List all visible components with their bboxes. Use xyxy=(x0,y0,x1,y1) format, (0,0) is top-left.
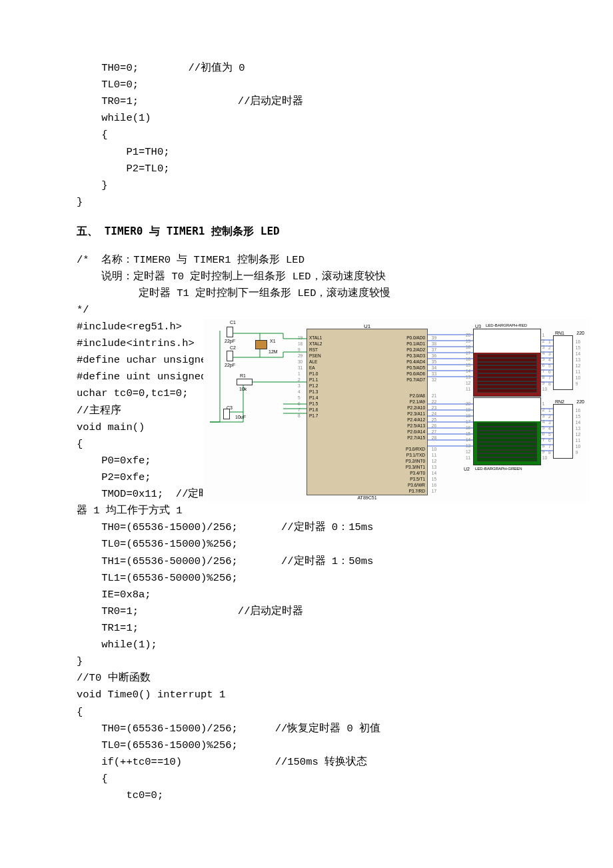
rn2-pins-right: 161514131211109 xyxy=(576,407,580,455)
red-pins-right: 12345678910 xyxy=(542,332,547,392)
rn1-pins-left: 12345678 xyxy=(548,339,551,387)
u2-ref: U2 xyxy=(464,465,470,473)
circuit-schematic: U1 AT89C51 1918929303112345678 XTAL1XTAL… xyxy=(203,319,590,502)
rn1-val: 220 xyxy=(576,329,584,337)
led-bargraph-red: U3 LED-BARGRAPH-RED 20191817161514131211… xyxy=(473,329,541,397)
led-bargraph-green: U2 LED-BARGRAPH-GREEN 201918171615141312… xyxy=(473,397,541,465)
code-block-header: /* 名称：TIMER0 与 TIMER1 控制条形 LED 说明：定时器 T0… xyxy=(77,252,536,319)
u2-name: LED-BARGRAPH-GREEN xyxy=(475,466,522,473)
rn2-pins-left: 12345678 xyxy=(548,407,551,455)
resistor-network-rn1: RN1 220 12345678 161514131211109 xyxy=(553,335,573,390)
rn1-ref: RN1 xyxy=(555,329,564,337)
code-block-bottom: TH0=(65536-15000)/256; //定时器 0：15ms TL0=… xyxy=(77,519,536,804)
code-block-top: TH0=0; //初值为 0 TL0=0; TR0=1; //启动定时器 whi… xyxy=(77,60,536,211)
red-pins-left: 20191817161514131211 xyxy=(466,332,470,392)
rn2-ref: RN2 xyxy=(555,398,564,405)
u3-name: LED-BARGRAPH-RED xyxy=(486,323,527,329)
rn1-pins-right: 161514131211109 xyxy=(576,339,580,387)
resistor-network-rn2: RN2 220 12345678 161514131211109 xyxy=(553,404,573,459)
green-pins-right: 12345678910 xyxy=(542,401,547,461)
u3-ref: U3 xyxy=(475,323,481,330)
green-pins-left: 20191817161514131211 xyxy=(466,401,470,461)
section-heading: 五、 TIMER0 与 TIMER1 控制条形 LED xyxy=(77,223,536,240)
rn2-val: 220 xyxy=(576,398,584,405)
